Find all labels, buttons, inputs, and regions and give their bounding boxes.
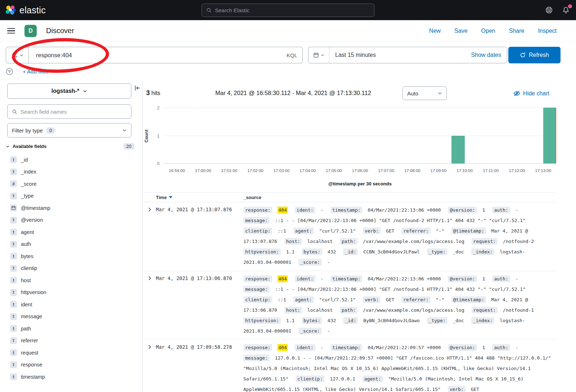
field-item-response[interactable]: tresponse xyxy=(0,359,142,371)
field-item-_id[interactable]: t_id xyxy=(0,154,142,166)
field-item-_type[interactable]: t_type xyxy=(0,190,142,202)
field-name: referrer xyxy=(21,338,38,343)
histogram-bar-17:13:00[interactable] xyxy=(543,108,556,163)
field-name: _id xyxy=(21,157,28,163)
doc-field-_score: _score: - xyxy=(298,328,330,334)
doc-field-message: message: ::1 - - [04/Mar/2021:22:13:06 +… xyxy=(243,287,526,292)
x-tick-label: 17:09:00 xyxy=(431,168,447,173)
field-item-host[interactable]: thost xyxy=(0,274,142,287)
field-type-string-icon: t xyxy=(10,301,17,308)
doc-field-host: host: localhost xyxy=(284,239,333,244)
date-quick-select-button[interactable] xyxy=(309,47,329,63)
filter-icon[interactable] xyxy=(6,68,13,75)
field-item-_score[interactable]: #_score xyxy=(0,178,142,190)
histogram-chart[interactable]: Count @timestamp per 30 seconds 01216:59… xyxy=(164,108,556,164)
field-item-message[interactable]: tmessage xyxy=(0,311,142,323)
nav-action-new[interactable]: New xyxy=(429,28,441,34)
page-title: Discover xyxy=(46,27,74,35)
filter-bar: + Add filter xyxy=(6,68,48,75)
x-tick-label: 16:59:00 xyxy=(169,168,185,173)
table-header: Time _source xyxy=(144,192,556,202)
field-list: t_idt_index#_scoret_type@timestampt@vers… xyxy=(0,154,142,392)
field-name: @timestamp xyxy=(21,205,50,211)
doc-source: response: 404 ident: - timestamp: 04/Mar… xyxy=(243,205,556,267)
field-item-auth[interactable]: tauth xyxy=(0,238,142,251)
doc-field-path: path: /var/www/example.com/logs/access.l… xyxy=(340,239,464,244)
doc-timestamp: Mar 4, 2021 @ 17:13:07.876 xyxy=(156,205,243,267)
field-name: timestamp xyxy=(21,374,45,380)
refresh-button[interactable]: Refresh xyxy=(508,47,561,63)
index-pattern-select[interactable]: logstash-* xyxy=(7,84,131,99)
saved-query-menu-button[interactable] xyxy=(6,47,29,63)
field-item-clientip[interactable]: tclientip xyxy=(0,262,142,275)
nav-action-share[interactable]: Share xyxy=(509,28,525,34)
doc-field-httpversion: httpversion: 1.1 xyxy=(243,249,294,254)
nav-action-save[interactable]: Save xyxy=(454,28,467,34)
doc-source: response: 404 ident: - timestamp: 04/Mar… xyxy=(243,274,556,336)
field-name: path xyxy=(21,326,31,332)
field-type-string-icon: t xyxy=(10,265,17,272)
add-filter-button[interactable]: + Add filter xyxy=(23,68,48,75)
hide-chart-button[interactable]: Hide chart xyxy=(513,90,549,97)
collapse-sidebar-icon[interactable] xyxy=(134,85,140,91)
x-axis-line xyxy=(164,163,556,164)
field-item-agent[interactable]: tagent xyxy=(0,226,142,238)
field-item-timestamp[interactable]: ttimestamp xyxy=(0,371,142,383)
doc-field-response: response: 404 xyxy=(243,207,288,213)
help-icon[interactable] xyxy=(545,6,553,14)
doc-field-ident: ident: - xyxy=(295,276,324,281)
discover-main: 3 hits Mar 4, 2021 @ 16:58:30.112 - Mar … xyxy=(143,80,576,392)
field-type-string-icon: t xyxy=(10,253,17,260)
notifications-icon[interactable] xyxy=(562,6,570,14)
y-tick-label: 2 xyxy=(153,105,159,111)
global-search[interactable] xyxy=(202,4,374,17)
field-search-input[interactable] xyxy=(21,109,127,115)
table-row: Mar 4, 2021 @ 17:09:58.278response: 404 … xyxy=(144,340,556,392)
x-tick-label: 17:10:00 xyxy=(456,168,473,173)
field-name: ident xyxy=(21,302,32,307)
space-avatar[interactable]: D xyxy=(24,25,37,37)
doc-field-@version: @version: 1 xyxy=(448,276,485,281)
x-tick-label: 17:01:00 xyxy=(221,168,237,173)
field-item-path[interactable]: tpath xyxy=(0,323,142,335)
show-dates-button[interactable]: Show dates xyxy=(471,52,507,58)
interval-select[interactable]: Auto xyxy=(402,86,447,100)
field-item-bytes[interactable]: tbytes xyxy=(0,250,142,262)
field-item-referrer[interactable]: treferrer xyxy=(0,335,142,347)
field-type-string-icon: t xyxy=(10,325,17,332)
nav-action-open[interactable]: Open xyxy=(481,28,495,34)
field-name: bytes xyxy=(21,253,33,259)
doc-field-agent: agent: "curl/7.52.1" xyxy=(293,297,356,302)
elastic-logo[interactable]: elastic xyxy=(0,5,46,15)
nav-action-inspect[interactable]: Inspect xyxy=(538,28,557,34)
query-language-button[interactable]: KQL xyxy=(287,52,297,58)
doc-field-timestamp: timestamp: 04/Mar/2021:22:13:06 +0000 xyxy=(330,276,441,281)
available-fields-header[interactable]: Available fields 20 xyxy=(6,143,134,149)
expand-doc-button[interactable] xyxy=(144,274,156,336)
x-tick-label: 17:08:00 xyxy=(404,168,420,173)
filter-by-type-select[interactable]: Filter by type 0 xyxy=(7,123,131,138)
field-type-string-icon: t xyxy=(10,361,17,368)
y-tick-label: 0 xyxy=(153,161,159,166)
expand-doc-button[interactable] xyxy=(144,342,156,392)
doc-field-_score: _score: - xyxy=(298,260,330,265)
doc-field-message: message: ::1 - - [04/Mar/2021:22:13:06 +… xyxy=(243,218,526,223)
field-item-request[interactable]: trequest xyxy=(0,347,142,359)
field-item-@version[interactable]: t@version xyxy=(0,214,142,226)
column-header-time[interactable]: Time xyxy=(156,195,243,200)
field-item-httpversion[interactable]: thttpversion xyxy=(0,287,142,299)
doc-field-auth: auth: - xyxy=(492,207,518,213)
time-range-button[interactable]: Last 15 minutes xyxy=(329,52,376,58)
query-input[interactable] xyxy=(36,52,287,59)
doc-field-_id: _id: CCBN_3cB04dGovJLPawl xyxy=(343,249,420,254)
field-item-ident[interactable]: tident xyxy=(0,298,142,311)
menu-icon[interactable] xyxy=(6,25,16,37)
field-item-_index[interactable]: t_index xyxy=(0,166,142,178)
global-search-input[interactable] xyxy=(215,7,370,13)
doc-field-_id: _id: ByBN_3cB04dGovJLOawo xyxy=(343,318,420,323)
histogram-bar-17:09:30[interactable] xyxy=(451,136,464,164)
expand-doc-button[interactable] xyxy=(144,205,156,267)
field-item-@timestamp[interactable]: @timestamp xyxy=(0,202,142,214)
field-type-string-icon: t xyxy=(10,241,17,248)
search-icon xyxy=(206,8,212,13)
